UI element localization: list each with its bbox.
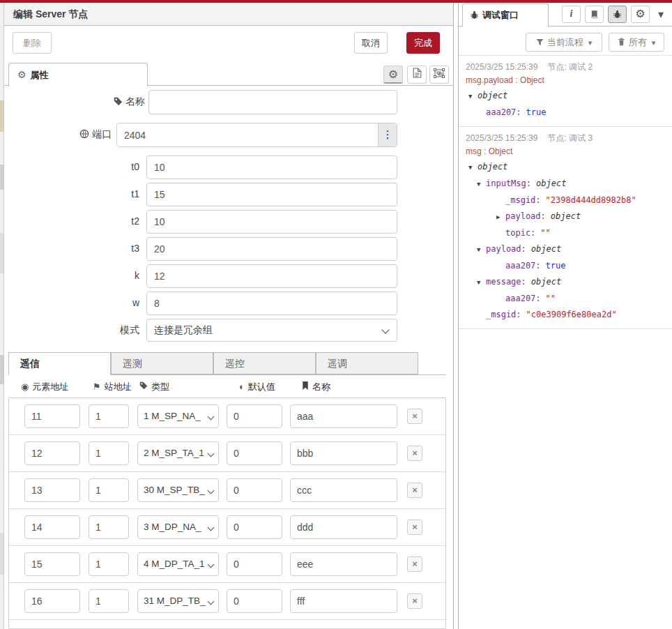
default-value-input[interactable]	[227, 552, 282, 576]
chevron-down-icon	[208, 561, 215, 568]
debug-message: 2025/3/25 15:25:39节点: 调试 2 msg.payload :…	[459, 56, 672, 127]
tag-icon	[139, 381, 148, 390]
expand-arrow-icon[interactable]: ▼	[468, 89, 478, 105]
default-value-input[interactable]	[227, 515, 282, 539]
debug-tab-button[interactable]	[608, 6, 627, 23]
element-address-input[interactable]	[24, 552, 80, 576]
element-address-input[interactable]	[24, 515, 80, 539]
default-value-input[interactable]	[227, 441, 282, 465]
node-settings-button[interactable]: ⚙	[383, 66, 403, 84]
point-name-input[interactable]	[290, 552, 397, 576]
book-icon	[590, 10, 599, 19]
port-field-label: 端口	[32, 128, 112, 141]
t2-input[interactable]	[146, 210, 397, 234]
debug-clear-button[interactable]: 所有▾	[609, 33, 664, 52]
remove-row-button[interactable]: ×	[407, 446, 422, 461]
station-address-input[interactable]	[89, 404, 129, 428]
expand-arrow-icon[interactable]: ▼	[477, 275, 486, 291]
element-address-input[interactable]	[24, 589, 80, 613]
k-input[interactable]	[146, 264, 397, 288]
tab-yaoce[interactable]: 遥测	[111, 352, 213, 374]
debug-tree-line: ▼object	[466, 88, 666, 105]
node-description-button[interactable]	[407, 66, 427, 84]
chevron-down-icon	[208, 450, 215, 457]
tab-yaokong[interactable]: 遥控	[213, 352, 316, 374]
mode-select[interactable]: 连接是冗余组	[146, 319, 397, 342]
remove-row-button[interactable]: ×	[407, 520, 422, 535]
port-input[interactable]	[117, 123, 397, 146]
t2-field-label: t2	[81, 215, 139, 227]
point-name-input[interactable]	[290, 589, 397, 613]
remove-row-button[interactable]: ×	[407, 483, 422, 498]
default-value-input[interactable]	[227, 589, 282, 613]
element-address-input[interactable]	[24, 404, 80, 428]
remove-row-button[interactable]: ×	[407, 556, 422, 572]
tab-properties[interactable]: ⚙属性	[8, 63, 148, 86]
file-icon	[413, 68, 422, 78]
node-red-editor: 编辑 Server 节点 删除 取消 完成 ⚙属性 ⚙ 名称 端口 ⋮	[0, 0, 672, 629]
node-appearance-button[interactable]	[429, 66, 449, 84]
t0-field-label: t0	[81, 161, 139, 172]
t3-input[interactable]	[146, 237, 397, 261]
station-address-input[interactable]	[89, 441, 129, 465]
type-select[interactable]: 2 M_SP_TA_1	[137, 441, 219, 465]
t0-input[interactable]	[146, 156, 397, 179]
port-options-button[interactable]: ⋮	[378, 123, 397, 146]
point-name-input[interactable]	[290, 404, 397, 428]
tab-yaoxin[interactable]: 遥信	[8, 352, 111, 375]
type-select[interactable]: 31 M_DP_TB_	[137, 589, 219, 613]
element-address-input[interactable]	[24, 441, 80, 465]
expand-arrow-icon[interactable]: ▼	[477, 242, 486, 258]
expand-arrow-icon[interactable]: ▼	[477, 176, 486, 192]
bookmark-icon	[302, 381, 309, 390]
debug-filter-button[interactable]: 当前流程▾	[526, 33, 602, 52]
debug-window-title: 调试窗口	[482, 10, 519, 20]
mode-field-label: 模式	[81, 324, 139, 337]
station-address-input[interactable]	[89, 478, 129, 502]
element-address-input[interactable]	[24, 478, 80, 502]
config-tab-button[interactable]: ⚙	[631, 6, 650, 23]
point-name-input[interactable]	[290, 478, 397, 502]
station-address-input[interactable]	[89, 552, 129, 576]
flag-icon: ⚑	[93, 381, 101, 392]
type-select[interactable]: 3 M_DP_NA_	[137, 515, 219, 539]
palette-edge-mark	[0, 533, 3, 575]
default-value-input[interactable]	[227, 478, 282, 502]
close-icon: ×	[412, 522, 418, 532]
sidebar-menu-button[interactable]: ▾	[655, 6, 667, 23]
remove-row-button[interactable]: ×	[407, 593, 422, 609]
station-address-input[interactable]	[89, 515, 129, 539]
info-tab-button[interactable]: i	[562, 6, 581, 23]
delete-button[interactable]: 删除	[13, 32, 52, 54]
bug-icon	[470, 10, 479, 20]
point-name-input[interactable]	[290, 515, 397, 539]
done-button[interactable]: 完成	[406, 32, 440, 54]
point-name-input[interactable]	[290, 441, 397, 465]
t1-field-label: t1	[81, 188, 139, 199]
expand-arrow-icon[interactable]: ▶	[496, 209, 505, 225]
default-value-input[interactable]	[227, 404, 282, 428]
tab-debug-window[interactable]: 调试窗口	[462, 3, 549, 26]
cancel-button[interactable]: 取消	[354, 32, 388, 54]
w-input[interactable]	[146, 291, 397, 315]
t1-input[interactable]	[146, 183, 397, 206]
edit-node-dialog: 编辑 Server 节点 删除 取消 完成 ⚙属性 ⚙ 名称 端口 ⋮	[4, 3, 454, 629]
filter-icon	[536, 38, 544, 46]
expand-arrow-icon[interactable]: ▼	[468, 160, 478, 176]
gear-icon: ⚙	[17, 69, 26, 80]
palette-edge-mark	[0, 100, 3, 132]
sidebar-header: 调试窗口 i ⚙ ▾	[459, 3, 672, 26]
remove-row-button[interactable]: ×	[407, 409, 422, 424]
type-select[interactable]: 1 M_SP_NA_	[137, 404, 219, 428]
name-input[interactable]	[148, 90, 397, 114]
debug-node-label: 节点: 调试 3	[547, 133, 593, 143]
debug-message: 2025/3/25 15:25:39节点: 调试 3 msg : Object …	[459, 127, 672, 329]
type-select[interactable]: 30 M_SP_TB_	[137, 478, 219, 502]
type-select[interactable]: 4 M_DP_TA_1	[137, 552, 219, 576]
tab-yaotiao[interactable]: 遥调	[316, 352, 418, 374]
properties-tab-label: 属性	[31, 70, 49, 80]
station-address-input[interactable]	[89, 589, 129, 613]
help-tab-button[interactable]	[585, 6, 604, 23]
points-table: 1 M_SP_NA_ × 2 M_SP_TA_1 × 30 M_SP_TB_ ×	[8, 397, 446, 629]
column-header-type: 类型	[139, 381, 169, 393]
